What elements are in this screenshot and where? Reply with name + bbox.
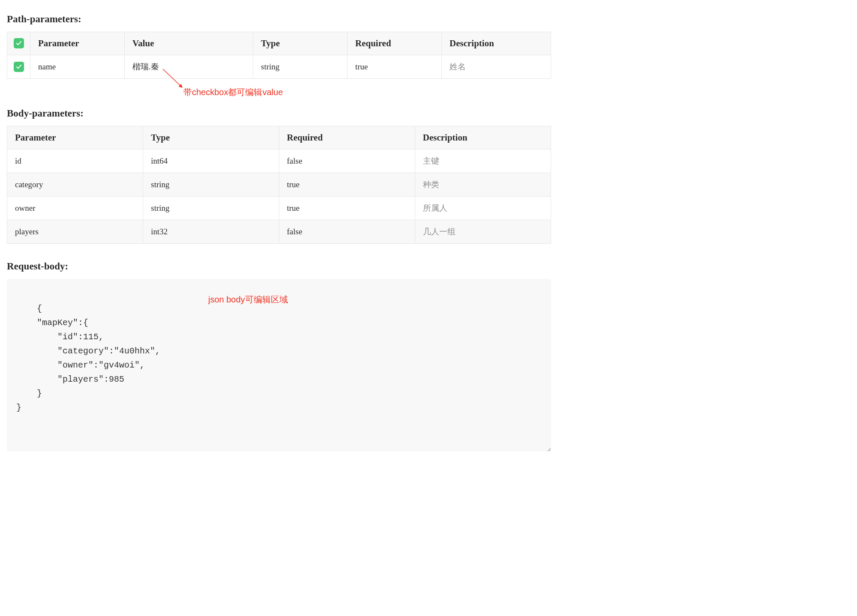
col-parameter: Parameter (30, 32, 125, 55)
col-type: Type (143, 126, 279, 150)
cell-description: 种类 (415, 173, 551, 197)
col-value: Value (125, 32, 253, 55)
cell-description: 主键 (415, 150, 551, 173)
row-checkbox[interactable] (14, 62, 24, 72)
cell-parameter: category (7, 173, 143, 197)
cell-required: true (279, 173, 415, 197)
table-row: players int32 false 几人一组 (7, 220, 551, 244)
checkbox-annotation: 带checkbox都可编辑value (183, 87, 283, 98)
col-description: Description (415, 126, 551, 150)
cell-type: string (143, 197, 279, 220)
col-required: Required (279, 126, 415, 150)
request-body-code[interactable]: { "mapKey":{ "id":115, "category":"4u0hh… (16, 304, 160, 413)
body-parameters-table: Parameter Type Required Description id i… (7, 126, 551, 244)
select-all-checkbox[interactable] (14, 38, 24, 48)
cell-required: true (279, 197, 415, 220)
cell-type: string (253, 55, 348, 79)
cell-parameter: id (7, 150, 143, 173)
cell-type: int32 (143, 220, 279, 244)
cell-type: int64 (143, 150, 279, 173)
table-row: owner string true 所属人 (7, 197, 551, 220)
table-row: name 楷瑞.秦 string true 姓名 (7, 55, 551, 79)
cell-value[interactable]: 楷瑞.秦 (125, 55, 253, 79)
cell-description: 几人一组 (415, 220, 551, 244)
json-body-annotation: json body可编辑区域 (208, 293, 288, 307)
cell-required: false (279, 220, 415, 244)
col-required: Required (348, 32, 442, 55)
body-parameters-heading: Body-parameters: (7, 108, 551, 119)
col-type: Type (253, 32, 348, 55)
col-description: Description (442, 32, 551, 55)
table-header-row: Parameter Type Required Description (7, 126, 551, 150)
path-parameters-table: Parameter Value Type Required Descriptio… (7, 32, 551, 79)
checkbox-header (7, 32, 30, 55)
cell-required: false (279, 150, 415, 173)
path-parameters-heading: Path-parameters: (7, 14, 551, 25)
cell-parameter: players (7, 220, 143, 244)
cell-required: true (348, 55, 442, 79)
request-body-editor[interactable]: { "mapKey":{ "id":115, "category":"4u0hh… (7, 279, 551, 452)
cell-description: 所属人 (415, 197, 551, 220)
request-body-heading: Request-body: (7, 261, 551, 272)
col-parameter: Parameter (7, 126, 143, 150)
cell-parameter: owner (7, 197, 143, 220)
annotation-arrow-area: 带checkbox都可编辑value (7, 79, 551, 101)
table-row: category string true 种类 (7, 173, 551, 197)
cell-description: 姓名 (442, 55, 551, 79)
table-header-row: Parameter Value Type Required Descriptio… (7, 32, 551, 55)
cell-parameter: name (30, 55, 125, 79)
table-row: id int64 false 主键 (7, 150, 551, 173)
cell-type: string (143, 173, 279, 197)
